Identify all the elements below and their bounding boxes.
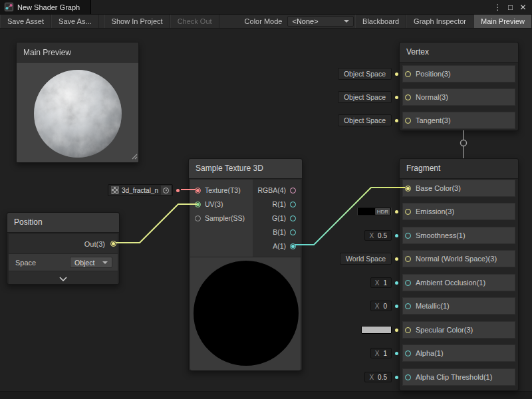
specular-color-field[interactable] <box>361 326 392 334</box>
alpha-clip-input-port[interactable] <box>405 374 411 380</box>
out-output-port[interactable] <box>110 241 116 247</box>
base-color-input-port[interactable] <box>405 186 411 192</box>
texture-input-row: 3d_fractal_n Texture(T3) <box>190 184 253 197</box>
fragment-row-base-color: Base Color(3) <box>402 180 515 197</box>
alpha-input-port[interactable] <box>405 350 411 356</box>
rgba-output-port[interactable] <box>290 188 296 194</box>
window-menu-icon[interactable]: ⋮ <box>491 0 504 15</box>
preview-sphere <box>17 63 138 163</box>
uv-input-row: UV(3) <box>190 198 253 211</box>
position-collapse-row <box>9 271 118 284</box>
port-dot <box>395 352 398 355</box>
wire-position-to-uv <box>116 204 197 243</box>
port-dot <box>395 257 398 261</box>
normal-space-pill[interactable]: Object Space <box>338 91 392 103</box>
vertex-row-tangent: Object Space Tangent(3) <box>402 112 515 129</box>
shader-graph-icon <box>5 3 13 11</box>
main-preview-viewport[interactable] <box>17 63 138 163</box>
vertex-node-title: Vertex <box>400 43 518 63</box>
titlebar: New Shader Graph ⋮ □ ✕ <box>0 0 532 15</box>
metallic-field[interactable]: X 0 <box>370 301 392 311</box>
texture-input-port[interactable] <box>195 188 201 194</box>
fragment-row-normal-world: World Space Normal (World Space)(3) <box>402 250 515 267</box>
collapse-chevron-icon[interactable] <box>59 272 67 284</box>
fragment-row-alpha: X 1 Alpha(1) <box>402 344 515 362</box>
position-out-row: Out(3) <box>9 234 118 253</box>
port-dot <box>176 189 180 192</box>
port-dot <box>395 376 398 379</box>
sampler-input-row: Sampler(SS) <box>190 211 253 225</box>
uv-input-port[interactable] <box>195 201 201 207</box>
color-mode-dropdown[interactable]: <None> <box>287 16 354 27</box>
main-preview-button[interactable]: Main Preview <box>473 15 532 28</box>
position-space-pill[interactable]: Object Space <box>338 68 392 80</box>
maximize-icon[interactable]: □ <box>504 0 517 15</box>
space-dropdown[interactable]: Object <box>70 257 112 268</box>
resize-handle[interactable] <box>131 150 138 162</box>
position-input-port[interactable] <box>405 71 411 77</box>
b-output-port[interactable] <box>290 229 296 235</box>
g-output-row: G(1) <box>253 211 301 225</box>
close-icon[interactable]: ✕ <box>517 0 529 15</box>
ambient-occlusion-field[interactable]: X 1 <box>370 277 392 288</box>
alpha-field[interactable]: X 1 <box>370 348 392 358</box>
canvas-bottom-edge <box>0 391 532 399</box>
fragment-row-alpha-clip: X 0.5 Alpha Clip Threshold(1) <box>402 368 515 386</box>
ambient-occlusion-input-port[interactable] <box>405 280 411 286</box>
vertex-node[interactable]: Vertex Object Space Position(3) Object S… <box>399 42 519 131</box>
show-in-project-button[interactable]: Show In Project <box>104 15 170 28</box>
g-output-port[interactable] <box>290 215 296 221</box>
fragment-row-ambient-occlusion: X 1 Ambient Occlusion(1) <box>402 274 515 291</box>
vertex-row-normal: Object Space Normal(3) <box>402 88 515 106</box>
sample-texture-3d-node[interactable]: Sample Texture 3D 3d_fractal_n Texture(T… <box>188 158 303 371</box>
chevron-down-icon <box>344 20 349 23</box>
blackboard-button[interactable]: Blackboard <box>355 15 406 28</box>
main-preview-panel[interactable]: Main Preview <box>16 42 139 163</box>
r-output-row: R(1) <box>253 198 301 211</box>
emission-color-field[interactable]: HDR <box>357 207 392 216</box>
save-as-button[interactable]: Save As... <box>51 15 99 28</box>
sample-texture-3d-title: Sample Texture 3D <box>189 159 302 179</box>
tangent-space-pill[interactable]: Object Space <box>338 114 392 126</box>
fragment-row-emission: HDR Emission(3) <box>402 203 515 220</box>
node-preview <box>190 257 301 370</box>
fragment-row-specular-color: Specular Color(3) <box>402 321 515 338</box>
position-node[interactable]: Position Out(3) Space Object <box>7 212 120 285</box>
smoothness-field[interactable]: X 0.5 <box>364 230 392 241</box>
port-dot <box>395 329 398 332</box>
normal-input-port[interactable] <box>405 94 411 100</box>
vertex-fragment-link-handle <box>461 140 467 146</box>
normal-space-pill[interactable]: World Space <box>340 253 392 265</box>
shader-graph-window: New Shader Graph ⋮ □ ✕ Save Asset Save A… <box>0 0 532 399</box>
port-dot <box>395 96 398 99</box>
object-picker-icon[interactable] <box>161 186 171 195</box>
save-asset-button[interactable]: Save Asset <box>0 15 51 28</box>
fragment-node[interactable]: Fragment Base Color(3) HDR Emission(3) <box>399 158 519 391</box>
metallic-input-port[interactable] <box>405 303 411 309</box>
r-output-port[interactable] <box>290 201 296 207</box>
tab-title: New Shader Graph <box>17 3 80 11</box>
graph-inspector-button[interactable]: Graph Inspector <box>406 15 473 28</box>
window-controls: ⋮ □ ✕ <box>491 0 532 14</box>
smoothness-input-port[interactable] <box>405 233 411 239</box>
tangent-input-port[interactable] <box>405 118 411 124</box>
emission-input-port[interactable] <box>405 209 411 215</box>
port-dot <box>395 210 398 213</box>
port-dot <box>395 305 398 308</box>
sample-outputs-panel: RGBA(4) R(1) G(1) B(1) A(1) <box>253 180 301 257</box>
color-mode-label: Color Mode <box>239 15 288 28</box>
toolbar: Save Asset Save As... Show In Project Ch… <box>0 15 532 29</box>
sampler-input-port[interactable] <box>195 215 201 221</box>
specular-color-input-port[interactable] <box>405 327 411 333</box>
a-output-port[interactable] <box>290 243 296 249</box>
window-tab[interactable]: New Shader Graph <box>0 0 91 14</box>
graph-canvas[interactable]: Main Preview <box>0 29 532 399</box>
vertex-row-position: Object Space Position(3) <box>402 65 515 82</box>
port-dot <box>395 234 398 237</box>
alpha-clip-field[interactable]: X 0.5 <box>364 372 392 382</box>
sample-inputs-panel: 3d_fractal_n Texture(T3) UV(3) Sampler(S… <box>190 180 253 257</box>
fragment-row-metallic: X 0 Metallic(1) <box>402 297 515 315</box>
color-mode-value: <None> <box>292 17 318 25</box>
texture-object-field[interactable]: 3d_fractal_n <box>108 184 173 196</box>
normal-world-input-port[interactable] <box>405 256 411 262</box>
